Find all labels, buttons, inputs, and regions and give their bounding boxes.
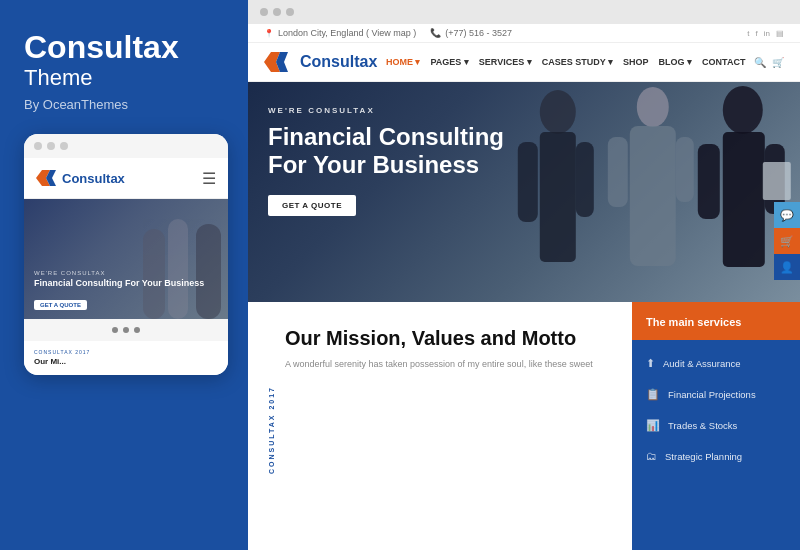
bottom-section: CONSULTAX 2017 Our Mission, Values and M…	[248, 302, 800, 550]
site-nav: Consultax HOME ▾ PAGES ▾ SERVICES ▾ CASE…	[248, 43, 800, 82]
strategic-icon: 🗂	[646, 450, 657, 462]
svg-rect-19	[763, 162, 791, 200]
mission-section: CONSULTAX 2017 Our Mission, Values and M…	[248, 302, 632, 550]
hero-background: WE'RE CONSULTAX Financial Consulting For…	[248, 82, 800, 302]
search-icon[interactable]: 🔍	[754, 57, 766, 68]
theme-title: Consultax Theme By OceanThemes	[24, 30, 224, 134]
mockup-hero: WE'RE CONSULTAX Financial Consulting For…	[24, 199, 228, 319]
twitter-icon[interactable]: t	[747, 29, 749, 38]
trades-icon: 📊	[646, 419, 660, 432]
topbar-location: 📍 London City, England ( View map ) 📞 (+…	[264, 28, 512, 38]
mockup-hero-overlay: WE'RE CONSULTAX Financial Consulting For…	[24, 262, 214, 319]
nav-services[interactable]: SERVICES ▾	[479, 57, 532, 67]
nav-contact[interactable]: CONTACT	[702, 57, 745, 67]
mockup-logo: Consultax	[36, 168, 125, 188]
nav-home[interactable]: HOME ▾	[386, 57, 421, 67]
nav-pages[interactable]: PAGES ▾	[430, 57, 468, 67]
chat-float-button[interactable]: 💬	[774, 202, 800, 228]
services-header: The main services	[632, 302, 800, 340]
nav-shop[interactable]: SHOP	[623, 57, 649, 67]
svg-point-11	[637, 87, 669, 127]
audit-icon: ⬆	[646, 357, 655, 370]
financial-icon: 📋	[646, 388, 660, 401]
services-panel: The main services ⬆ Audit & Assurance 📋 …	[632, 302, 800, 550]
chrome-dot-2	[47, 142, 55, 150]
right-panel: 📍 London City, England ( View map ) 📞 (+…	[248, 0, 800, 550]
site-topbar: 📍 London City, England ( View map ) 📞 (+…	[248, 24, 800, 43]
facebook-icon[interactable]: f	[756, 29, 758, 38]
nav-cases-study[interactable]: CASES STUDY ▾	[542, 57, 613, 67]
hero-cta-button[interactable]: GET A QUOTE	[268, 195, 356, 216]
mobile-mockup: Consultax ☰ WE'RE CONSULTAX Financial Co…	[24, 134, 228, 375]
mockup-nav: Consultax ☰	[24, 158, 228, 199]
chrome-dot-1	[34, 142, 42, 150]
mockup-indicator-dots	[24, 319, 228, 341]
service-trades[interactable]: 📊 Trades & Stocks	[632, 410, 800, 441]
browser-dot-2	[273, 8, 281, 16]
phone-icon: 📞	[430, 28, 441, 38]
mission-text-block: Our Mission, Values and Motto A wonderfu…	[285, 326, 593, 372]
site-logo-icon	[264, 51, 292, 73]
svg-point-15	[723, 86, 763, 134]
mission-rotated-label: CONSULTAX 2017	[268, 386, 275, 474]
site-logo: Consultax	[264, 51, 377, 73]
nav-blog[interactable]: BLOG ▾	[659, 57, 693, 67]
floating-buttons: 💬 🛒 👤	[774, 202, 800, 280]
svg-rect-12	[630, 126, 676, 266]
svg-rect-16	[723, 132, 765, 267]
rss-icon[interactable]: ▤	[776, 29, 784, 38]
cart-float-button[interactable]: 🛒	[774, 228, 800, 254]
svg-rect-10	[576, 142, 594, 217]
svg-rect-14	[676, 137, 694, 202]
cart-float-icon: 🛒	[780, 235, 794, 248]
left-panel: Consultax Theme By OceanThemes Consultax…	[0, 0, 248, 550]
service-strategic[interactable]: 🗂 Strategic Planning	[632, 441, 800, 471]
dot-2	[123, 327, 129, 333]
hamburger-icon[interactable]: ☰	[202, 169, 216, 188]
browser-chrome	[248, 0, 800, 24]
dot-1	[112, 327, 118, 333]
nav-actions[interactable]: 🔍 🛒	[754, 57, 784, 68]
hero-section: WE'RE CONSULTAX Financial Consulting For…	[248, 82, 800, 302]
hero-content: WE'RE CONSULTAX Financial Consulting For…	[248, 82, 548, 240]
browser-dot-1	[260, 8, 268, 16]
services-list: ⬆ Audit & Assurance 📋 Financial Projecti…	[632, 340, 800, 550]
social-links[interactable]: t f in ▤	[747, 29, 784, 38]
cart-icon[interactable]: 🛒	[772, 57, 784, 68]
user-icon: 👤	[780, 261, 794, 274]
service-financial[interactable]: 📋 Financial Projections	[632, 379, 800, 410]
svg-rect-13	[608, 137, 628, 207]
chat-icon: 💬	[780, 209, 794, 222]
mockup-chrome	[24, 134, 228, 158]
dot-3	[134, 327, 140, 333]
service-audit[interactable]: ⬆ Audit & Assurance	[632, 348, 800, 379]
user-float-button[interactable]: 👤	[774, 254, 800, 280]
mockup-cta-button[interactable]: GET A QUOTE	[34, 300, 87, 310]
linkedin-icon[interactable]: in	[764, 29, 770, 38]
mockup-mission: CONSULTAX 2017 Our Mi...	[24, 341, 228, 375]
chrome-dot-3	[60, 142, 68, 150]
svg-rect-17	[698, 144, 720, 219]
browser-dot-3	[286, 8, 294, 16]
location-icon: 📍	[264, 29, 274, 38]
nav-links: HOME ▾ PAGES ▾ SERVICES ▾ CASES STUDY ▾ …	[386, 57, 745, 67]
mockup-logo-icon	[36, 168, 56, 188]
